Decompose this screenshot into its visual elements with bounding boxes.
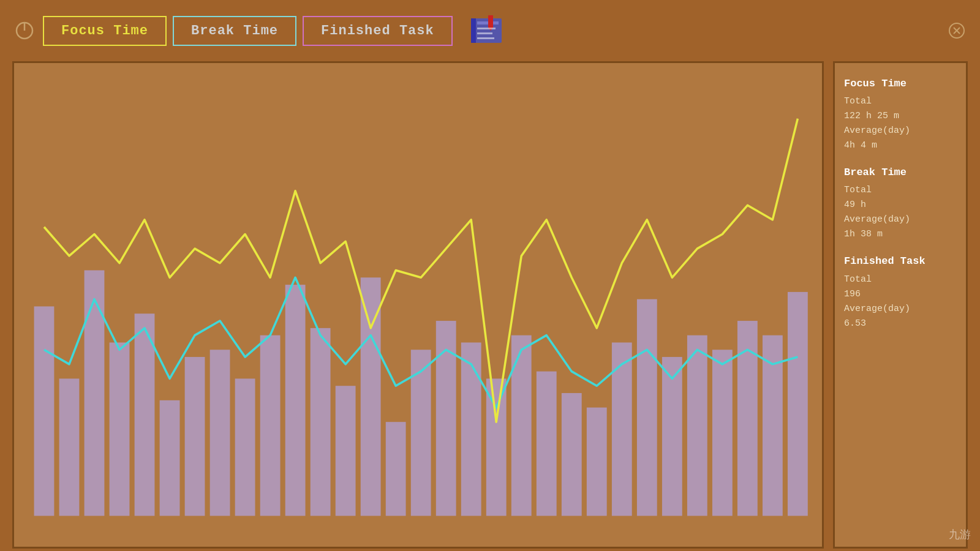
svg-rect-30 xyxy=(461,342,481,515)
chart-svg xyxy=(23,75,813,538)
break-total-value: 49 h xyxy=(844,198,957,212)
book-icon xyxy=(465,9,508,52)
finished-avg-value: 6.53 xyxy=(844,317,957,331)
svg-rect-24 xyxy=(311,328,331,516)
power-icon xyxy=(12,18,37,43)
focus-avg-label: Average(day) xyxy=(844,124,957,138)
svg-rect-14 xyxy=(59,378,80,515)
focus-total-label: Total xyxy=(844,94,957,109)
svg-rect-34 xyxy=(562,393,582,516)
svg-rect-4 xyxy=(477,21,499,24)
svg-rect-43 xyxy=(788,292,808,516)
finished-total-label: Total xyxy=(844,272,957,287)
footer: Today 5 days 30 days Premium xyxy=(0,549,980,551)
svg-rect-3 xyxy=(471,18,476,43)
svg-rect-39 xyxy=(687,335,707,516)
svg-rect-8 xyxy=(477,32,492,34)
svg-rect-9 xyxy=(477,37,494,39)
header: Focus Time Break Time Finished Task xyxy=(0,0,980,61)
svg-rect-37 xyxy=(637,299,657,516)
focus-total-value: 122 h 25 m xyxy=(844,109,957,124)
svg-rect-16 xyxy=(110,342,130,515)
svg-rect-13 xyxy=(34,306,55,515)
svg-rect-5 xyxy=(488,15,493,28)
svg-rect-18 xyxy=(160,400,180,516)
break-time-label: Break Time xyxy=(844,164,957,181)
svg-rect-19 xyxy=(185,357,205,516)
svg-rect-27 xyxy=(386,422,406,515)
break-time-stats: Break Time Total 49 h Average(day) 1h 38… xyxy=(844,164,957,242)
svg-rect-15 xyxy=(85,270,105,515)
focus-time-label: Focus Time xyxy=(844,75,957,92)
svg-rect-23 xyxy=(285,285,306,515)
focus-avg-value: 4h 4 m xyxy=(844,138,957,153)
tab-focus-time[interactable]: Focus Time xyxy=(43,16,167,46)
finished-task-stats: Finished Task Total 196 Average(day) 6.5… xyxy=(844,253,957,331)
chart-panel xyxy=(12,61,824,549)
focus-time-stats: Focus Time Total 122 h 25 m Average(day)… xyxy=(844,75,957,153)
svg-rect-38 xyxy=(662,357,682,516)
close-icon[interactable] xyxy=(946,20,968,42)
svg-rect-21 xyxy=(235,378,255,515)
break-avg-label: Average(day) xyxy=(844,212,957,227)
svg-rect-31 xyxy=(486,378,507,515)
svg-rect-33 xyxy=(537,372,557,516)
break-avg-value: 1h 38 m xyxy=(844,227,957,242)
stats-panel: Focus Time Total 122 h 25 m Average(day)… xyxy=(833,61,968,549)
finished-avg-label: Average(day) xyxy=(844,302,957,317)
break-total-label: Total xyxy=(844,183,957,198)
svg-rect-36 xyxy=(612,342,632,515)
svg-rect-35 xyxy=(587,408,607,516)
watermark: 九游 xyxy=(949,527,971,542)
svg-rect-20 xyxy=(210,350,230,515)
content-area: Focus Time Total 122 h 25 m Average(day)… xyxy=(0,61,980,549)
svg-rect-25 xyxy=(336,386,356,515)
finished-task-label: Finished Task xyxy=(844,253,957,269)
svg-rect-32 xyxy=(511,335,532,516)
svg-rect-7 xyxy=(477,28,496,29)
tab-finished-task[interactable]: Finished Task xyxy=(303,16,453,46)
app-container: Focus Time Break Time Finished Task xyxy=(0,0,980,551)
svg-rect-22 xyxy=(260,335,281,516)
svg-rect-40 xyxy=(712,350,733,515)
tab-break-time[interactable]: Break Time xyxy=(173,16,296,46)
finished-total-value: 196 xyxy=(844,287,957,302)
